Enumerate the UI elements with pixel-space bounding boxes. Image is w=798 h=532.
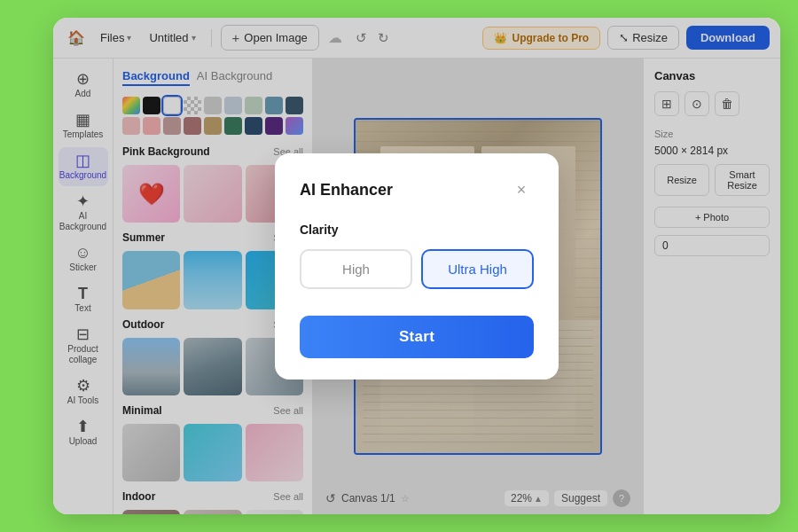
app-window: 🏠 Files ▾ Untitled ▾ + Open Image ☁ ↺ ↻ … [53, 18, 780, 514]
start-button[interactable]: Start [300, 316, 534, 358]
modal-header: AI Enhancer × [300, 178, 534, 203]
clarity-options: High Ultra High [300, 249, 534, 289]
clarity-ultra-high-button[interactable]: Ultra High [421, 249, 534, 289]
modal-overlay[interactable]: AI Enhancer × Clarity High Ultra High St… [53, 18, 780, 514]
ai-enhancer-modal: AI Enhancer × Clarity High Ultra High St… [275, 153, 559, 379]
clarity-high-button[interactable]: High [300, 249, 412, 289]
modal-close-button[interactable]: × [509, 178, 534, 203]
modal-title: AI Enhancer [300, 181, 393, 200]
clarity-label: Clarity [300, 223, 534, 237]
